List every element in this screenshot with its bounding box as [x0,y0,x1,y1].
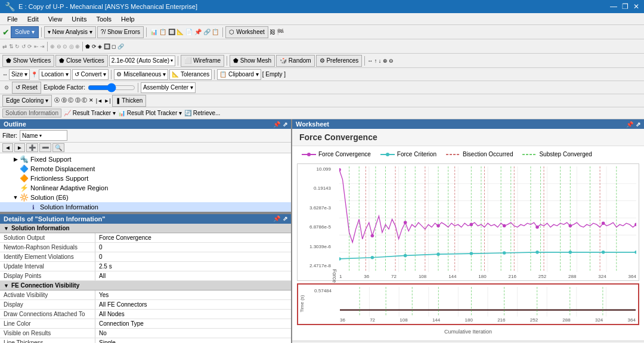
explode-slider[interactable] [88,84,135,92]
new-analysis-button[interactable]: ▾ New Analysis ▾ [44,26,96,38]
show-vertices-button[interactable]: ⬟ Show Vertices [2,55,54,67]
solution-info-tab[interactable]: Solution Information [2,109,61,118]
expand-icon[interactable]: ▼ [12,194,19,200]
size-dropdown[interactable]: Size ▾ [9,69,30,80]
loc-icon: 📍 [31,72,38,78]
tree-item-remote-displacement[interactable]: 🔷 Remote Displacement [0,164,291,174]
section-toggle-2[interactable]: ▼ [4,283,9,289]
outline-content: Filter: Name ▾ ◄ ► ➕ ➖ 🔍 ▶ 🔩 [0,129,291,212]
tolerances-dropdown[interactable]: 📐 Tolerances [169,69,212,80]
reset-icon: ⚙ [2,85,11,91]
outline-collapse-btn[interactable]: ➖ [39,143,51,152]
random-button[interactable]: 🎲 Random [276,55,315,67]
outline-header: Outline 📌 ⇗ [0,119,291,129]
preferences-button[interactable]: ⚙ Preferences [316,55,363,67]
outline-expand-btn[interactable]: ➕ [26,143,38,152]
display-key: Display [0,300,95,309]
solution-label: Solution (E6) [30,194,69,201]
explode-label: Explode Factor: [42,84,86,91]
clipboard-dropdown[interactable]: 📋 Clipboard ▾ [217,69,261,80]
menu-edit[interactable]: Edit [23,13,44,24]
tree-item-nonlinear[interactable]: ⚡ Nonlinear Adaptive Region [0,183,291,193]
close-vertices-button[interactable]: ⬟ Close Vertices [55,55,108,67]
menu-help[interactable]: Help [116,13,140,24]
title-bar-controls[interactable]: — ❐ ✕ [610,2,639,11]
empty-label: [ Empty ] [262,71,286,78]
menu-tools[interactable]: Tools [91,13,116,24]
show-mesh-button[interactable]: ⬟ Show Mesh [230,55,275,67]
convert-dropdown[interactable]: ↺ Convert ▾ [72,69,109,80]
toolbar-arrows: ⇄ ⇅ ↻ ↺ ⟳ ⇤ ⇥ [2,44,45,50]
retrieve-button[interactable]: 🔄 Retrieve... [184,110,220,116]
filter-bar: Filter: Name ▾ [0,129,291,143]
outline-back-btn[interactable]: ◄ [2,143,13,152]
details-header: Details of "Solution Information" 📌 ⇗ [0,214,291,224]
menu-file[interactable]: File [2,13,23,24]
remote-displacement-icon: 🔷 [19,165,29,173]
x-val-4: 144 [448,274,456,279]
edge-coloring-button[interactable]: Edge Coloring ▾ [2,95,52,107]
tree-item-solution-info[interactable]: ℹ Solution Information [0,202,291,212]
tx-val-6: 252 [530,317,538,323]
miscellaneous-dropdown[interactable]: ⚙ Miscellaneous ▾ [114,69,168,80]
details-pin-icon[interactable]: 📌 [273,215,280,223]
separator [227,56,227,66]
result-plot-tracker-button[interactable]: 📊 Result Plot Tracker ▾ [118,110,182,116]
newton-raphson-val: 0 [95,243,291,252]
title-bar: 🔧 E : Copy of U-P - Mechanical [ANSYS Me… [0,0,644,13]
legend-force-criterion: Force Criterion [380,151,436,157]
solution-output-val: Force Convergence [95,233,291,242]
svg-point-3 [386,153,389,156]
worksheet-expand-icon[interactable]: ⇗ [636,121,640,128]
outline-filter-btn[interactable]: 🔍 [52,143,64,152]
section-toggle[interactable]: ▼ [4,225,9,231]
remote-displacement-label: Remote Displacement [30,165,95,172]
solution-info-label: Solution Information [40,203,98,211]
force-y-axis: 10.099 0.19143 3.6287e-3 6.8786e-5 1.303… [299,166,331,268]
tree-item-solution[interactable]: ▼ 🔆 Solution (E6) [0,193,291,202]
detail-activate-visibility: Activate Visibility Yes [0,291,291,300]
worksheet-tabs: Graphics Worksheet [292,341,644,343]
worksheet-pin-icon[interactable]: 📌 [626,121,633,128]
close-button[interactable]: ✕ [633,2,639,11]
svg-point-58 [404,221,407,224]
right-panel: Worksheet 📌 ⇗ Force Convergence Force [292,119,644,343]
x-val-1: 36 [364,274,369,279]
x-val-0: 1 [339,274,342,279]
scale-dropdown[interactable]: 2.1e-002 (Auto Scale)▾ [109,55,175,66]
maximize-button[interactable]: ❐ [622,2,628,11]
assembly-center-dropdown[interactable]: Assembly Center ▾ [141,82,196,93]
svg-point-55 [634,251,636,254]
detail-visible-on-results: Visible on Results No [0,329,291,338]
svg-point-48 [404,254,407,258]
thicken-button[interactable]: ❚ Thicken [112,95,147,107]
tree-item-frictionless-support[interactable]: 🔶 Frictionless Support [0,174,291,183]
svg-point-1 [307,153,311,156]
show-errors-button[interactable]: ?/ Show Errors [97,26,144,38]
details-expand-icon[interactable]: ⇗ [283,215,287,223]
result-tracker-button[interactable]: 📈 Result Tracker ▾ [64,110,116,116]
tree-item-fixed-support[interactable]: ▶ 🔩 Fixed Support [0,154,291,164]
menu-units[interactable]: Units [67,13,91,24]
outline-pin-icon[interactable]: 📌 [273,121,280,128]
time-chart-svg [340,287,636,317]
minimize-button[interactable]: — [610,2,617,11]
chart-area: Force Convergence Force Criterion B [292,146,644,341]
y-val-3: 3.6287e-3 [299,205,331,211]
menu-view[interactable]: View [44,13,67,24]
svg-point-46 [339,257,341,261]
expand-icon[interactable]: ▶ [12,156,19,162]
worksheet-button[interactable]: ⬡ Worksheet [225,26,268,38]
filter-dropdown[interactable]: Name ▾ [20,130,67,141]
location-dropdown[interactable]: Location ▾ [39,69,71,80]
reset-button[interactable]: ↺ Reset [12,82,41,94]
detail-identify-violations: Identify Element Violations 0 [0,252,291,262]
solve-button[interactable]: Solve ▾ [11,26,39,38]
line-thickness-val: Single [95,338,291,343]
outline-expand-icon[interactable]: ⇗ [283,121,287,128]
y-val-5: 1.3039e-6 [299,244,331,249]
wireframe-button[interactable]: ⬜ Wireframe [181,55,224,67]
outline-forward-btn[interactable]: ► [14,143,25,152]
identify-violations-key: Identify Element Violations [0,252,95,261]
solution-icon: 🔆 [19,193,29,202]
